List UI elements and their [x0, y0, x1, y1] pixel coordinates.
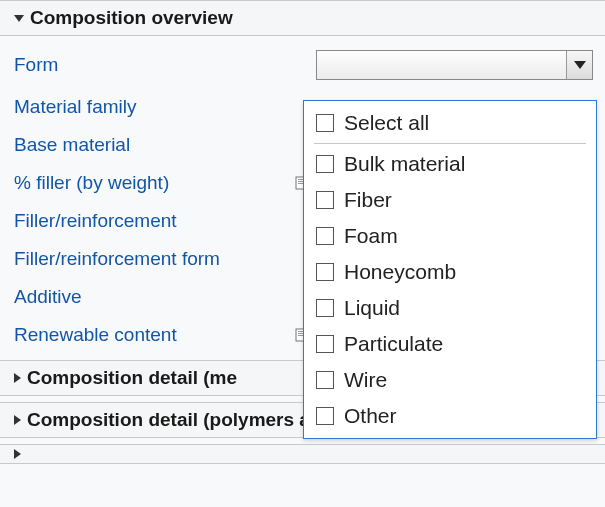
form-combobox[interactable] [316, 50, 593, 80]
section-title: Composition detail (me [27, 367, 237, 389]
option-label: Foam [344, 224, 398, 248]
checkbox[interactable] [316, 191, 334, 209]
option-fiber[interactable]: Fiber [304, 182, 596, 218]
option-label: Wire [344, 368, 387, 392]
option-label: Other [344, 404, 397, 428]
chevron-right-icon [14, 449, 21, 459]
option-label: Bulk material [344, 152, 465, 176]
option-label: Select all [344, 111, 429, 135]
checkbox[interactable] [316, 114, 334, 132]
section-title: Composition overview [30, 7, 233, 29]
section-header-composition-overview[interactable]: Composition overview [0, 0, 605, 36]
option-other[interactable]: Other [304, 398, 596, 434]
option-particulate[interactable]: Particulate [304, 326, 596, 362]
option-honeycomb[interactable]: Honeycomb [304, 254, 596, 290]
option-label: Honeycomb [344, 260, 456, 284]
form-dropdown-list: Select all Bulk material Fiber Foam Hone… [303, 100, 597, 439]
checkbox[interactable] [316, 407, 334, 425]
chevron-down-icon [14, 15, 24, 22]
field-label[interactable]: Form [14, 54, 294, 76]
combo-dropdown-button[interactable] [566, 51, 592, 79]
checkbox[interactable] [316, 371, 334, 389]
dropdown-separator [314, 143, 586, 144]
field-label[interactable]: Filler/reinforcement [14, 210, 294, 232]
option-liquid[interactable]: Liquid [304, 290, 596, 326]
checkbox[interactable] [316, 335, 334, 353]
checkbox[interactable] [316, 299, 334, 317]
row-form: Form [0, 42, 605, 88]
field-label[interactable]: Filler/reinforcement form [14, 248, 294, 270]
option-label: Fiber [344, 188, 392, 212]
chevron-right-icon [14, 415, 21, 425]
option-select-all[interactable]: Select all [304, 105, 596, 141]
checkbox[interactable] [316, 155, 334, 173]
section-header-partial[interactable] [0, 444, 605, 464]
caret-down-icon [574, 61, 586, 69]
option-label: Liquid [344, 296, 400, 320]
field-label[interactable]: Additive [14, 286, 294, 308]
field-label[interactable]: Base material [14, 134, 294, 156]
option-label: Particulate [344, 332, 443, 356]
field-label[interactable]: Material family [14, 96, 294, 118]
checkbox[interactable] [316, 263, 334, 281]
option-wire[interactable]: Wire [304, 362, 596, 398]
chevron-right-icon [14, 373, 21, 383]
field-label[interactable]: % filler (by weight) [14, 172, 294, 194]
option-bulk-material[interactable]: Bulk material [304, 146, 596, 182]
spacer [294, 57, 310, 73]
checkbox[interactable] [316, 227, 334, 245]
option-foam[interactable]: Foam [304, 218, 596, 254]
field-label[interactable]: Renewable content [14, 324, 294, 346]
